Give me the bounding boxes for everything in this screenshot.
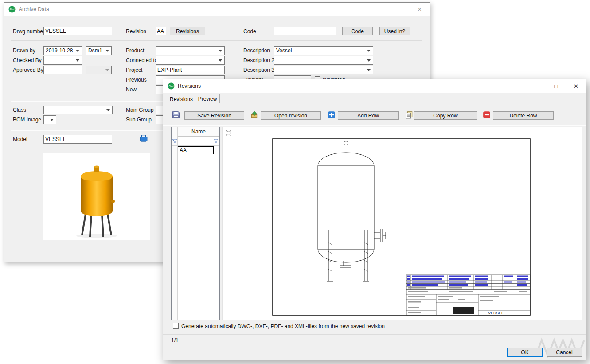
drwg-number-input[interactable] [43, 27, 112, 35]
minimize-icon: ─ [535, 83, 538, 89]
tab-preview[interactable]: Preview [195, 94, 220, 103]
grid-name-header[interactable]: Name [178, 127, 219, 137]
plant-logo-icon: Plant [8, 6, 16, 13]
save-revision-button[interactable]: Save Revision [184, 111, 244, 120]
tab-strip-border [166, 103, 584, 103]
statusbar-separator [163, 334, 586, 335]
delete-row-icon[interactable] [483, 111, 491, 119]
revisions-titlebar[interactable]: Plant Revisions ─ □ ✕ [163, 79, 586, 93]
title-block-drawing-name: VESSEL [488, 311, 504, 315]
toolbar-separator [163, 125, 586, 126]
add-row-button[interactable]: Add Row [338, 111, 399, 120]
archive-window-title: Archive Data [19, 6, 49, 12]
code-input[interactable] [274, 27, 336, 35]
open-revision-icon[interactable] [250, 111, 258, 119]
model-input[interactable] [43, 135, 112, 144]
svg-text:Plant: Plant [169, 85, 174, 87]
approved-by-label: Approved By [13, 67, 43, 73]
maximize-button[interactable]: □ [546, 79, 566, 93]
drawing-sheet: VESSEL [272, 138, 531, 316]
product-combo[interactable] [156, 46, 225, 55]
description3-label: Description 3 [243, 67, 274, 73]
product-label: Product [126, 47, 144, 54]
archive-close-button[interactable]: ✕ [410, 3, 430, 16]
close-icon: ✕ [574, 83, 578, 90]
class-label: Class [13, 107, 26, 113]
drawn-user-combo[interactable]: Dsm1 [86, 46, 112, 55]
description3-combo[interactable] [274, 66, 373, 74]
cancel-button[interactable]: Cancel [547, 348, 582, 357]
description-combo[interactable]: Vessel [274, 46, 373, 55]
bom-image-combo[interactable] [43, 115, 56, 124]
add-row-icon[interactable] [328, 111, 336, 119]
tab-revisions[interactable]: Revisions [168, 95, 195, 103]
approved-user-combo[interactable] [86, 66, 112, 74]
model-viewer-icon[interactable] [140, 134, 148, 142]
copy-row-button[interactable]: Copy Row [414, 111, 477, 120]
code-button[interactable]: Code [342, 27, 373, 35]
revisions-window-title: Revisions [178, 83, 201, 89]
used-in-button[interactable]: Used in? [379, 27, 410, 35]
main-group-label: Main Group [126, 107, 154, 113]
revisions-button[interactable]: Revisions [170, 27, 205, 35]
code-label: Code [243, 28, 256, 35]
minimize-button[interactable]: ─ [526, 79, 546, 93]
vessel-3d-render [43, 153, 150, 240]
previous-label: Previous [126, 77, 147, 83]
archive-titlebar[interactable]: Plant Archive Data ✕ [4, 3, 430, 16]
grid-row-header-column [172, 127, 178, 320]
drawn-date-combo[interactable]: 2019-10-28 [43, 46, 82, 55]
description-label: Description [243, 47, 270, 54]
close-icon: ✕ [418, 7, 422, 12]
svg-text:Plant: Plant [10, 8, 15, 11]
filter-funnel-icon[interactable] [172, 138, 177, 145]
statusbar-divider [221, 335, 221, 344]
project-input[interactable] [156, 66, 225, 74]
drawn-by-label: Drawn by [13, 47, 35, 54]
grid-row-aa[interactable]: AA [178, 146, 214, 154]
description2-label: Description 2 [243, 57, 274, 63]
class-combo[interactable] [43, 106, 113, 114]
plant-logo-icon: Plant [168, 82, 175, 90]
connected-to-combo[interactable] [156, 56, 225, 65]
ok-button[interactable]: OK [507, 348, 543, 357]
open-revision-button[interactable]: Open revision [261, 111, 321, 120]
copy-row-icon[interactable] [405, 111, 413, 119]
generate-files-label: Generate automatically DWG-, DXF-, PDF- … [181, 323, 385, 329]
description2-combo[interactable] [274, 56, 373, 65]
generate-files-checkbox[interactable] [173, 323, 179, 329]
close-button[interactable]: ✕ [566, 79, 586, 93]
connected-to-label: Connected to [126, 57, 157, 63]
separator [11, 40, 422, 41]
fit-view-icon[interactable] [226, 130, 231, 137]
drwg-number-label: Drwg number [13, 28, 45, 35]
revision-input[interactable] [156, 27, 166, 35]
save-icon[interactable] [172, 111, 180, 119]
status-page-indicator: 1/1 [171, 337, 179, 344]
bom-image-label: BOM Image [13, 117, 41, 123]
revision-grid: Name AA [171, 127, 220, 320]
filter-funnel-icon[interactable] [213, 138, 219, 145]
checked-by-label: Checked By [13, 57, 42, 63]
model-preview-image [43, 153, 150, 240]
new-label: New [126, 86, 137, 93]
delete-row-button[interactable]: Delete Row [493, 111, 554, 120]
drawing-preview-panel: VESSEL [222, 127, 582, 320]
sub-group-label: Sub Group [126, 117, 152, 123]
approved-by-input[interactable] [43, 66, 82, 74]
maximize-icon: □ [555, 83, 558, 90]
title-block-logo-stamp [453, 307, 474, 314]
revision-label: Revision [126, 28, 146, 35]
checked-by-combo[interactable] [43, 56, 82, 65]
revisions-window: Plant Revisions ─ □ ✕ Revisions Preview … [163, 79, 586, 360]
grid-filter-row[interactable] [172, 137, 219, 146]
project-label: Project [126, 67, 142, 73]
model-label: Model [13, 136, 27, 142]
